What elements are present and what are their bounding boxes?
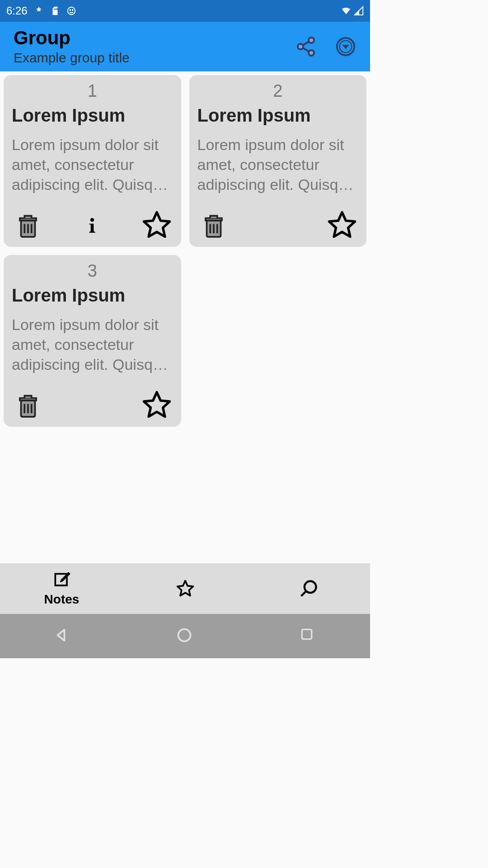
wifi-icon (341, 6, 351, 16)
compose-icon (52, 571, 72, 590)
svg-point-1 (70, 9, 70, 10)
home-button[interactable] (176, 627, 194, 645)
signal-icon (354, 6, 364, 16)
status-left: 6:26 (6, 5, 76, 17)
recent-button[interactable] (300, 627, 318, 645)
status-right (341, 6, 364, 16)
note-card[interactable]: 2 Lorem Ipsum Lorem ipsum dolor sit amet… (189, 75, 367, 247)
card-actions (197, 209, 359, 241)
dropdown-button[interactable] (335, 36, 357, 57)
page-subtitle: Example group title (14, 50, 130, 66)
svg-point-2 (72, 9, 73, 10)
svg-point-0 (67, 7, 75, 15)
trash-icon[interactable] (12, 389, 44, 421)
tab-notes[interactable]: Notes (0, 563, 123, 614)
svg-point-12 (304, 581, 316, 593)
card-number: 1 (12, 81, 173, 101)
svg-point-3 (309, 38, 314, 43)
tab-favorites[interactable] (123, 563, 247, 614)
svg-line-13 (301, 591, 306, 596)
android-nav-bar (0, 614, 370, 658)
card-title: Lorem Ipsum (12, 285, 173, 306)
svg-point-14 (178, 629, 190, 642)
card-body: Lorem ipsum dolor sit amet, consectetur … (12, 135, 173, 198)
back-button[interactable] (53, 627, 71, 645)
svg-point-10 (90, 218, 94, 222)
star-icon[interactable] (141, 209, 173, 241)
app-bar-titles: Group Example group title (14, 28, 130, 66)
card-number: 2 (197, 81, 359, 101)
card-body: Lorem ipsum dolor sit amet, consectetur … (12, 315, 173, 378)
trash-icon[interactable] (12, 209, 44, 241)
cards-grid: 1 Lorem Ipsum Lorem ipsum dolor sit amet… (0, 71, 370, 563)
trash-icon[interactable] (197, 209, 230, 241)
card-actions (12, 389, 173, 421)
status-bar: 6:26 (0, 0, 370, 22)
card-title: Lorem Ipsum (12, 105, 173, 126)
note-card[interactable]: 3 Lorem Ipsum Lorem ipsum dolor sit amet… (4, 255, 181, 427)
app-bar: Group Example group title (0, 22, 370, 71)
badge-icon (34, 6, 44, 16)
card-title: Lorem Ipsum (197, 105, 359, 126)
card-number: 3 (12, 261, 173, 281)
sd-card-icon (50, 6, 60, 16)
note-card[interactable]: 1 Lorem Ipsum Lorem ipsum dolor sit amet… (4, 75, 181, 247)
star-icon[interactable] (141, 389, 173, 421)
info-icon[interactable] (76, 209, 108, 241)
svg-line-7 (303, 48, 309, 52)
card-body: Lorem ipsum dolor sit amet, consectetur … (197, 135, 359, 198)
svg-rect-15 (302, 629, 311, 639)
star-icon[interactable] (326, 209, 358, 241)
status-time: 6:26 (6, 5, 28, 17)
search-icon (299, 579, 319, 599)
card-actions (12, 209, 173, 241)
tab-label: Notes (44, 592, 80, 607)
face-icon (66, 6, 76, 16)
svg-point-4 (298, 44, 303, 49)
share-button[interactable] (295, 36, 317, 57)
tab-search[interactable] (247, 563, 370, 614)
bottom-tabs: Notes (0, 563, 370, 614)
star-icon (175, 579, 195, 599)
app-bar-actions (295, 36, 357, 57)
page-title: Group (14, 28, 130, 48)
svg-line-6 (303, 42, 309, 45)
svg-point-5 (309, 50, 314, 56)
